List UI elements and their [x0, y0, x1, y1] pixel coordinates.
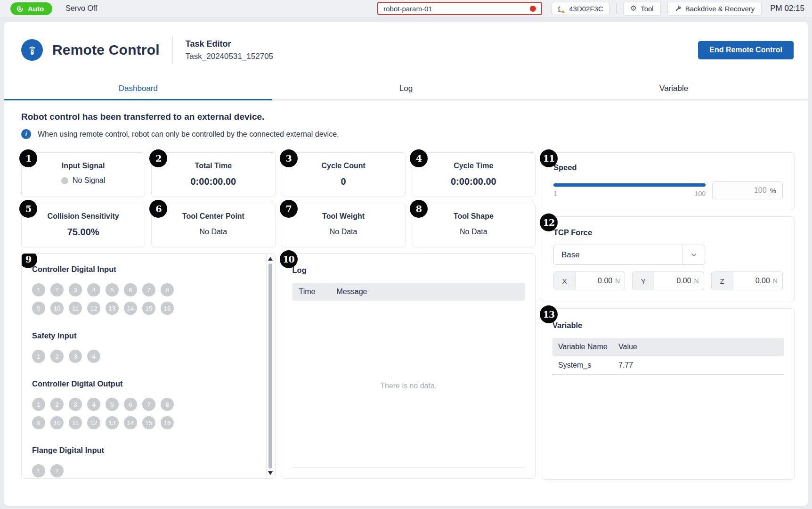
app-header: Remote Control Task Editor Task_20240531…: [4, 22, 808, 78]
step-badge-10: 10: [280, 250, 298, 268]
wrench-icon: [674, 5, 682, 12]
tab-bar: Dashboard Log Variable: [4, 78, 808, 100]
io-indicator: 5: [106, 283, 119, 296]
scroll-up-icon[interactable]: [268, 257, 273, 261]
stat-card-tool-shape: 8 Tool Shape No Data: [412, 203, 536, 247]
io-section-controller-digital-output: Controller Digital Output 12345678910111…: [32, 379, 258, 429]
backdrive-recovery-button[interactable]: Backdrive & Recovery: [667, 2, 762, 16]
record-indicator-icon: [530, 6, 536, 12]
step-badge-5: 5: [19, 200, 37, 218]
force-z-value: 0.00: [755, 277, 770, 285]
io-indicator: 4: [87, 283, 100, 296]
step-badge-3: 3: [280, 149, 298, 167]
log-empty-text: There is no data.: [282, 382, 536, 390]
robot-id-chip[interactable]: 43D02F3C: [552, 2, 609, 15]
force-x-field: X 0.00 N: [553, 271, 625, 290]
stat-value: No Data: [460, 228, 487, 236]
robot-param-value: robot-param-01: [383, 5, 432, 13]
io-indicator: 1: [32, 350, 45, 363]
scrollbar-thumb[interactable]: [268, 263, 272, 468]
servo-status: Servo Off: [65, 4, 97, 13]
speed-value-field[interactable]: 100 %: [712, 181, 783, 199]
tool-button[interactable]: ⚙ Tool: [623, 2, 661, 16]
io-indicator: 7: [142, 398, 155, 411]
end-remote-control-button[interactable]: End Remote Control: [698, 41, 794, 59]
robot-id-label: 43D02F3C: [569, 5, 603, 13]
stat-card-tool-weight: 7 Tool Weight No Data: [282, 203, 406, 247]
axis-x-label: X: [554, 272, 576, 290]
gear-icon: ⚙: [630, 5, 637, 12]
step-badge-13: 13: [540, 305, 558, 323]
robot-param-field[interactable]: robot-param-01: [377, 2, 542, 15]
log-title: Log: [292, 266, 525, 275]
io-indicator: 11: [69, 416, 82, 429]
stat-value: No Signal: [73, 176, 105, 185]
stat-value: No Data: [200, 228, 227, 236]
io-indicator: 10: [50, 302, 64, 315]
tcp-force-panel: 12 TCP Force Base X 0.00 N: [542, 216, 795, 302]
io-indicator: 14: [124, 302, 137, 315]
tab-dashboard[interactable]: Dashboard: [4, 78, 272, 99]
task-editor-title: Task Editor: [186, 39, 273, 49]
io-section-controller-digital-input: Controller Digital Input 123456789101112…: [32, 265, 258, 315]
variable-table-header: Variable Name Value: [552, 338, 784, 356]
scroll-down-icon[interactable]: [268, 471, 273, 475]
io-indicator: 9: [32, 416, 45, 429]
io-indicator: 5: [106, 398, 119, 411]
tab-log[interactable]: Log: [272, 78, 540, 99]
notice-row: i When using remote control, robot can o…: [21, 129, 795, 139]
speed-panel: 11 Speed 1 100 100 %: [542, 152, 795, 210]
io-indicator: 16: [161, 302, 174, 315]
force-x-unit: N: [615, 277, 620, 285]
io-indicator: 6: [124, 398, 137, 411]
variable-col-name: Variable Name: [552, 343, 618, 351]
io-indicator: 1: [32, 283, 45, 296]
stat-label: Input Signal: [62, 162, 105, 170]
task-name: Task_20240531_152705: [186, 52, 273, 61]
io-indicator: 12: [87, 416, 100, 429]
speed-min-label: 1: [553, 190, 557, 197]
robot-warning-icon: [556, 4, 566, 14]
stat-value: No Data: [330, 228, 357, 236]
step-badge-2: 2: [149, 149, 167, 167]
io-indicator: 2: [50, 464, 64, 477]
signal-dot-icon: [61, 177, 68, 184]
axis-z-label: Z: [712, 272, 733, 290]
reference-frame-select[interactable]: Base: [553, 245, 705, 265]
io-indicator: 2: [50, 350, 64, 363]
speed-slider[interactable]: [553, 183, 706, 187]
stat-value: 0: [341, 176, 346, 187]
topbar-divider: [616, 3, 617, 14]
stat-label: Cycle Count: [321, 162, 365, 170]
tab-variable[interactable]: Variable: [540, 78, 808, 99]
io-indicator: 8: [161, 283, 174, 296]
stat-label: Tool Shape: [454, 212, 494, 221]
stat-label: Tool Center Point: [182, 212, 244, 221]
remote-control-logo-icon: [21, 39, 43, 61]
io-indicator: 15: [142, 302, 155, 315]
stat-card-tool-center-point: 6 Tool Center Point No Data: [151, 203, 275, 247]
io-indicator: 7: [142, 283, 155, 296]
io-indicator-group: 12: [32, 464, 183, 477]
stat-value: 75.00%: [67, 227, 99, 238]
stat-card-collision-sensitivity: 5 Collision Sensitivity 75.00%: [21, 203, 145, 247]
io-indicator: 3: [69, 283, 82, 296]
mode-badge-auto[interactable]: Auto: [10, 2, 52, 15]
step-badge-7: 7: [280, 200, 298, 218]
auto-mode-icon: [16, 5, 24, 13]
stat-label: Total Time: [195, 162, 232, 170]
io-indicator-group: 12345678910111213141516: [32, 398, 183, 429]
step-badge-1: 1: [19, 149, 37, 167]
io-indicator: 8: [161, 398, 174, 411]
io-scrollbar[interactable]: [266, 254, 275, 478]
table-row[interactable]: System_s 7.77: [552, 356, 784, 375]
io-indicator: 13: [106, 416, 119, 429]
speed-max-label: 100: [695, 190, 706, 197]
chevron-down-icon: [682, 245, 705, 264]
io-indicator-group: 1234: [32, 350, 183, 363]
task-info: Task Editor Task_20240531_152705: [186, 39, 273, 61]
frame-selected-value: Base: [554, 250, 682, 260]
io-indicator: 13: [106, 302, 119, 315]
io-indicator-group: 12345678910111213141516: [32, 283, 183, 315]
io-indicator: 1: [32, 464, 45, 477]
